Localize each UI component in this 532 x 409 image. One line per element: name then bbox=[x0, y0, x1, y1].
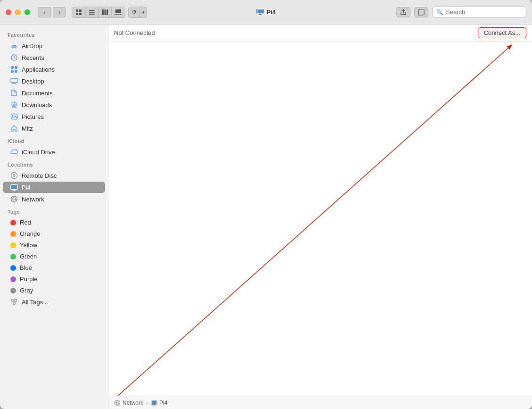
sidebar-item-applications[interactable]: Applications bbox=[3, 64, 105, 75]
column-view-button[interactable] bbox=[98, 7, 112, 17]
action-dropdown-button[interactable]: ▾ bbox=[140, 7, 147, 17]
minimize-button[interactable] bbox=[15, 9, 21, 15]
svg-rect-39 bbox=[152, 401, 157, 404]
remote-disc-label: Remote Disc bbox=[22, 172, 57, 179]
downloads-icon bbox=[10, 101, 18, 109]
back-button[interactable]: ‹ bbox=[38, 7, 51, 17]
maximize-button[interactable] bbox=[25, 9, 30, 15]
svg-rect-8 bbox=[104, 9, 106, 15]
sidebar-item-tag-blue[interactable]: Blue bbox=[3, 262, 105, 273]
applications-icon bbox=[10, 66, 18, 73]
sidebar-item-pi4[interactable]: Pi4 bbox=[3, 182, 105, 193]
traffic-lights bbox=[6, 9, 30, 15]
share-button[interactable] bbox=[396, 7, 410, 17]
svg-point-26 bbox=[12, 115, 13, 116]
sidebar-item-tag-green[interactable]: Green bbox=[3, 251, 105, 262]
red-tag-dot bbox=[10, 220, 16, 225]
sidebar-item-icloud-drive[interactable]: iCloud Drive bbox=[3, 146, 105, 158]
sidebar-item-all-tags[interactable]: All Tags... bbox=[3, 296, 105, 308]
sidebar: Favourites AirDrop bbox=[0, 25, 108, 409]
tag-button[interactable] bbox=[414, 7, 428, 17]
gallery-view-button[interactable] bbox=[112, 7, 125, 17]
documents-label: Documents bbox=[22, 90, 53, 97]
pictures-label: Pictures bbox=[22, 113, 44, 120]
content-area: Not Connected Connect As... bbox=[108, 25, 532, 409]
home-icon bbox=[10, 125, 18, 132]
mitz-label: Mitz bbox=[22, 125, 33, 132]
all-tags-label: All Tags... bbox=[22, 299, 48, 306]
content-body bbox=[108, 42, 532, 396]
svg-point-33 bbox=[15, 300, 17, 302]
sidebar-item-remote-disc[interactable]: Remote Disc bbox=[3, 170, 105, 181]
forward-button[interactable]: › bbox=[53, 7, 66, 17]
svg-rect-12 bbox=[118, 14, 119, 15]
downloads-label: Downloads bbox=[22, 101, 52, 109]
all-tags-icon bbox=[10, 298, 18, 306]
finder-window: ‹ › bbox=[0, 0, 532, 409]
orange-tag-dot bbox=[10, 231, 16, 237]
svg-rect-23 bbox=[11, 78, 17, 83]
action-button[interactable]: ⚙ bbox=[129, 7, 140, 17]
close-button[interactable] bbox=[6, 9, 11, 15]
sidebar-item-desktop[interactable]: Desktop bbox=[3, 75, 105, 87]
monitor-icon bbox=[256, 9, 264, 15]
svg-rect-4 bbox=[89, 10, 95, 11]
applications-label: Applications bbox=[22, 66, 55, 73]
sidebar-item-tag-red[interactable]: Red bbox=[3, 217, 105, 228]
sidebar-item-pictures[interactable]: Pictures bbox=[3, 111, 105, 122]
svg-rect-6 bbox=[89, 14, 95, 15]
connect-as-button[interactable]: Connect As... bbox=[478, 27, 526, 38]
titlebar: ‹ › bbox=[0, 0, 532, 25]
svg-rect-0 bbox=[76, 9, 78, 12]
status-bar: Network › Pi4 bbox=[108, 396, 532, 409]
svg-rect-2 bbox=[76, 13, 78, 15]
sidebar-item-documents[interactable]: Documents bbox=[3, 87, 105, 99]
purple-tag-dot bbox=[10, 276, 16, 282]
not-connected-label: Not Connected bbox=[114, 29, 155, 36]
svg-rect-20 bbox=[15, 66, 17, 69]
pictures-icon bbox=[10, 113, 18, 120]
nav-buttons: ‹ › bbox=[38, 7, 66, 17]
content-toolbar: Not Connected Connect As... bbox=[108, 25, 532, 42]
svg-rect-15 bbox=[257, 10, 263, 13]
svg-point-32 bbox=[12, 300, 14, 302]
icon-view-button[interactable] bbox=[72, 7, 85, 17]
svg-rect-5 bbox=[89, 12, 95, 13]
search-icon: 🔍 bbox=[436, 9, 443, 16]
recents-icon bbox=[10, 54, 18, 61]
svg-rect-19 bbox=[11, 66, 14, 69]
airdrop-label: AirDrop bbox=[22, 42, 42, 50]
pi4-status-icon bbox=[151, 400, 157, 406]
blue-tag-label: Blue bbox=[20, 264, 32, 271]
tags-header: Tags bbox=[0, 205, 108, 217]
window-title: Pi4 bbox=[256, 8, 276, 16]
icloud-header: iCloud bbox=[0, 134, 108, 146]
toolbar-right: 🔍 bbox=[396, 7, 526, 17]
svg-rect-13 bbox=[120, 14, 121, 15]
arrow-annotation bbox=[108, 42, 532, 396]
desktop-icon bbox=[10, 77, 18, 85]
disc-icon bbox=[10, 172, 18, 179]
svg-point-27 bbox=[11, 173, 17, 179]
sidebar-item-mitz[interactable]: Mitz bbox=[3, 123, 105, 134]
purple-tag-label: Purple bbox=[20, 275, 38, 283]
svg-rect-9 bbox=[106, 9, 108, 15]
sidebar-item-network[interactable]: Network bbox=[3, 193, 105, 205]
list-view-button[interactable] bbox=[85, 7, 98, 17]
main-area: Favourites AirDrop bbox=[0, 25, 532, 409]
sidebar-item-recents[interactable]: Recents bbox=[3, 52, 105, 63]
svg-point-34 bbox=[13, 302, 16, 305]
sidebar-item-tag-gray[interactable]: Gray bbox=[3, 285, 105, 296]
search-input[interactable] bbox=[446, 8, 522, 16]
sidebar-item-tag-yellow[interactable]: Yellow bbox=[3, 240, 105, 250]
desktop-label: Desktop bbox=[22, 78, 44, 85]
sidebar-item-tag-purple[interactable]: Purple bbox=[3, 274, 105, 284]
sidebar-item-airdrop[interactable]: AirDrop bbox=[3, 40, 105, 51]
green-tag-label: Green bbox=[20, 253, 37, 260]
sidebar-item-tag-orange[interactable]: Orange bbox=[3, 228, 105, 239]
svg-rect-21 bbox=[11, 70, 14, 73]
window-title-text: Pi4 bbox=[267, 8, 276, 16]
sidebar-item-downloads[interactable]: Downloads bbox=[3, 99, 105, 110]
yellow-tag-dot bbox=[10, 242, 16, 248]
search-box[interactable]: 🔍 bbox=[432, 7, 526, 17]
